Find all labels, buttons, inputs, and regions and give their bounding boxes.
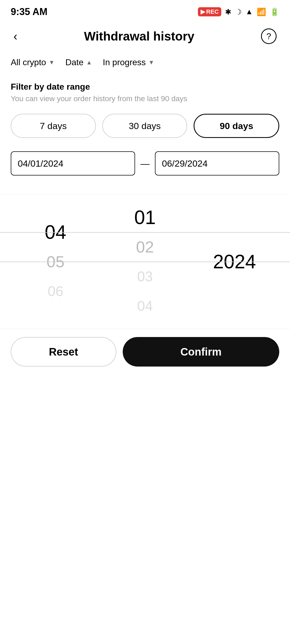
wifi-icon: 📶 <box>257 8 266 16</box>
rec-icon-play: ▶ <box>201 8 205 15</box>
filter-status[interactable]: In progress ▼ <box>103 57 154 67</box>
back-button[interactable]: ‹ <box>13 30 17 43</box>
date-inputs: 04/01/2024 — 06/29/2024 <box>11 151 279 175</box>
moon-icon: ☽ <box>235 8 242 16</box>
reset-button[interactable]: Reset <box>11 337 116 367</box>
signal-icon: ▲ <box>245 8 253 16</box>
picker-day-next2: 03 <box>100 262 190 291</box>
filter-status-arrow: ▼ <box>148 59 154 66</box>
rec-icon: ▶ REC <box>198 7 221 16</box>
help-button[interactable]: ? <box>261 28 277 44</box>
start-date-value: 04/01/2024 <box>18 158 63 169</box>
7-days-button[interactable]: 7 days <box>11 114 96 138</box>
date-range-title: Filter by date range <box>11 82 279 92</box>
page-title: Withdrawal history <box>84 29 194 43</box>
status-bar: 9:35 AM ▶ REC ✱ ☽ ▲ 📶 🔋 <box>0 0 290 21</box>
help-icon: ? <box>266 31 271 41</box>
date-separator: — <box>140 158 150 169</box>
end-date-input[interactable]: 06/29/2024 <box>155 151 279 175</box>
picker-month-next2: 06 <box>11 276 100 306</box>
end-date-value: 06/29/2024 <box>162 158 208 169</box>
90-days-button[interactable]: 90 days <box>194 114 279 138</box>
start-date-input[interactable]: 04/01/2024 <box>11 151 135 175</box>
status-time: 9:35 AM <box>11 6 48 17</box>
filter-date-arrow: ▲ <box>86 59 92 66</box>
filter-crypto[interactable]: All crypto ▼ <box>11 57 55 67</box>
picker-divider-bottom <box>0 262 290 262</box>
day-buttons: 7 days 30 days 90 days <box>11 114 279 138</box>
picker-day-selected: 01 <box>100 203 190 232</box>
filter-crypto-arrow: ▼ <box>49 59 55 66</box>
bottom-buttons: Reset Confirm <box>0 329 290 375</box>
status-icons: ▶ REC ✱ ☽ ▲ 📶 🔋 <box>198 7 279 16</box>
date-range-section: Filter by date range You can view your o… <box>0 74 290 189</box>
date-range-subtitle: You can view your order history from the… <box>11 94 279 103</box>
picker-divider-top <box>0 232 290 233</box>
filter-row: All crypto ▼ Date ▲ In progress ▼ <box>0 51 290 74</box>
page-header: ‹ Withdrawal history ? <box>0 21 290 51</box>
picker-day-next1: 02 <box>100 232 190 262</box>
confirm-button[interactable]: Confirm <box>123 337 279 367</box>
filter-status-label: In progress <box>103 57 146 67</box>
filter-date-label: Date <box>65 57 84 67</box>
battery-icon: 🔋 <box>270 8 279 16</box>
filter-date[interactable]: Date ▲ <box>65 57 92 67</box>
bluetooth-icon: ✱ <box>225 8 231 16</box>
30-days-button[interactable]: 30 days <box>102 114 187 138</box>
filter-crypto-label: All crypto <box>11 57 46 67</box>
date-picker[interactable]: 04 05 06 01 02 03 04 2024 <box>0 195 290 329</box>
bottom-sheet: 04 05 06 01 02 03 04 2024 Reset Confirm <box>0 194 290 375</box>
picker-day-next3: 04 <box>100 291 190 321</box>
